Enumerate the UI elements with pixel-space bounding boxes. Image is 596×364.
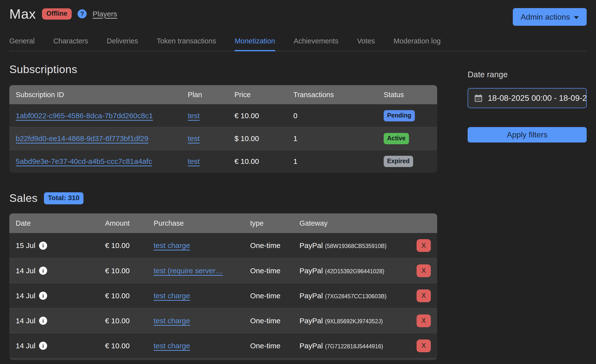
- amount-cell: € 10.00: [105, 342, 154, 350]
- chevron-down-icon: [574, 16, 579, 19]
- delete-sale-button[interactable]: X: [417, 239, 431, 252]
- tab-characters[interactable]: Characters: [53, 34, 88, 51]
- table-row: b22fd9d0-ee14-4868-9d37-6f773bf1df29 tes…: [9, 127, 437, 150]
- date-cell: 15 Jul: [16, 241, 35, 250]
- page-title: Max: [9, 6, 36, 22]
- column-header: Subscription ID: [16, 91, 188, 99]
- page-header: Max Offline ? Players Admin actions: [9, 0, 587, 26]
- purchase-link[interactable]: test charge: [154, 292, 190, 300]
- apply-filters-button[interactable]: Apply filters: [468, 127, 587, 143]
- subscriptions-table-body: 1abf0022-c965-4586-8dca-7b7dd260c8c1 tes…: [9, 104, 437, 173]
- subscription-id-link[interactable]: b22fd9d0-ee14-4868-9d37-6f773bf1df29: [16, 134, 148, 143]
- column-header: type: [250, 219, 299, 227]
- amount-cell: € 10.00: [105, 317, 154, 325]
- transactions-cell: 0: [293, 112, 384, 120]
- date-range-value: 18-08-2025 00:00 - 18-09-202: [488, 93, 587, 103]
- sales-table: DateAmountPurchasetypeGateway 15 Jul i €…: [9, 213, 437, 360]
- info-icon[interactable]: i: [39, 342, 47, 350]
- admin-actions-label: Admin actions: [521, 13, 570, 22]
- transactions-cell: 1: [293, 157, 384, 166]
- purchase-link[interactable]: test charge: [154, 342, 190, 350]
- subscriptions-table-header: Subscription IDPlanPriceTransactionsStat…: [9, 85, 437, 104]
- table-row: 5abd9e3e-7e37-40cd-a4b5-ccc7c81a4afc tes…: [9, 150, 437, 173]
- date-range-label: Date range: [468, 70, 587, 79]
- info-icon[interactable]: i: [39, 317, 47, 325]
- tab-votes[interactable]: Votes: [357, 34, 375, 51]
- subscriptions-table: Subscription IDPlanPriceTransactionsStat…: [9, 85, 437, 173]
- gateway-reference: (9XL85692KJ974352J): [325, 318, 383, 325]
- amount-cell: € 10.00: [105, 292, 154, 300]
- gateway-name: PayPal: [299, 342, 323, 350]
- type-cell: One-time: [250, 241, 299, 250]
- purchase-link[interactable]: test charge: [154, 241, 190, 249]
- date-range-input[interactable]: 18-08-2025 00:00 - 18-09-202: [468, 88, 587, 108]
- date-cell: 14 Jul: [16, 342, 35, 350]
- column-header: Gateway: [299, 219, 409, 227]
- column-header: Purchase: [154, 219, 250, 227]
- table-row: 14 Jul i € 10.00 test charge One-time Pa…: [9, 333, 437, 358]
- column-header: Transactions: [293, 91, 384, 99]
- status-badge: Pending: [384, 110, 415, 121]
- transactions-cell: 1: [293, 134, 384, 143]
- gateway-name: PayPal: [299, 292, 323, 300]
- status-badge: Active: [384, 133, 409, 144]
- price-cell: $ 10.00: [234, 134, 293, 143]
- purchase-link[interactable]: test charge: [154, 317, 190, 325]
- gateway-name: PayPal: [299, 267, 323, 275]
- sales-table-body: 15 Jul i € 10.00 test charge One-time Pa…: [9, 233, 437, 358]
- plan-link[interactable]: test: [188, 112, 200, 120]
- subscriptions-heading: Subscriptions: [9, 63, 437, 76]
- tab-moderation-log[interactable]: Moderation log: [393, 34, 441, 51]
- table-row: 14 Jul i € 10.00 test charge One-time Pa…: [9, 308, 437, 333]
- sales-heading: Sales: [9, 192, 38, 205]
- price-cell: € 10.00: [234, 112, 293, 120]
- subscription-id-link[interactable]: 1abf0022-c965-4586-8dca-7b7dd260c8c1: [16, 112, 153, 120]
- info-icon[interactable]: i: [39, 292, 47, 300]
- tab-achievements[interactable]: Achievements: [294, 34, 339, 51]
- admin-actions-button[interactable]: Admin actions: [513, 8, 587, 26]
- date-cell: 14 Jul: [16, 267, 35, 275]
- purchase-link[interactable]: test (require server…: [154, 267, 223, 275]
- tab-general[interactable]: General: [9, 34, 35, 51]
- tab-bar: GeneralCharactersDeliveriesToken transac…: [9, 34, 587, 51]
- table-row: 1abf0022-c965-4586-8dca-7b7dd260c8c1 tes…: [9, 104, 437, 127]
- column-header: Status: [384, 91, 431, 99]
- plan-link[interactable]: test: [188, 157, 200, 165]
- type-cell: One-time: [250, 267, 299, 275]
- tab-monetization[interactable]: Monetization: [235, 34, 275, 51]
- table-row: 14 Jul i € 10.00 test (require server… O…: [9, 258, 437, 283]
- type-cell: One-time: [250, 317, 299, 325]
- type-cell: One-time: [250, 292, 299, 300]
- subscription-id-link[interactable]: 5abd9e3e-7e37-40cd-a4b5-ccc7c81a4afc: [16, 157, 152, 165]
- gateway-reference: (58W19368CB535910B): [325, 243, 387, 249]
- info-icon[interactable]: i: [39, 242, 47, 250]
- column-header: Date: [16, 219, 105, 227]
- gateway-reference: (7G7122818J5444916): [325, 343, 383, 350]
- players-link[interactable]: Players: [93, 10, 117, 18]
- date-cell: 14 Jul: [16, 292, 35, 300]
- column-header: Plan: [188, 91, 234, 99]
- amount-cell: € 10.00: [105, 267, 154, 275]
- sales-table-header: DateAmountPurchasetypeGateway: [9, 213, 437, 233]
- type-cell: One-time: [250, 342, 299, 350]
- tab-deliveries[interactable]: Deliveries: [107, 34, 138, 51]
- offline-status-badge: Offline: [42, 8, 72, 20]
- table-row: 15 Jul i € 10.00 test charge One-time Pa…: [9, 233, 437, 258]
- info-icon[interactable]: i: [39, 267, 47, 275]
- tab-token-transactions[interactable]: Token transactions: [157, 34, 216, 51]
- delete-sale-button[interactable]: X: [417, 289, 431, 302]
- price-cell: € 10.00: [234, 157, 293, 166]
- delete-sale-button[interactable]: X: [417, 264, 431, 277]
- next-row-sliver: [9, 358, 437, 360]
- delete-sale-button[interactable]: X: [417, 339, 431, 352]
- status-badge: Expired: [384, 156, 413, 167]
- amount-cell: € 10.00: [105, 241, 154, 250]
- date-cell: 14 Jul: [16, 317, 35, 325]
- delete-sale-button[interactable]: X: [417, 314, 431, 327]
- filters-panel: Date range 18-08-2025 00:00 - 18-09-202 …: [468, 51, 587, 143]
- gateway-name: PayPal: [299, 241, 323, 249]
- column-header: Amount: [105, 219, 154, 227]
- plan-link[interactable]: test: [188, 134, 200, 143]
- help-icon[interactable]: ?: [78, 9, 87, 18]
- gateway-reference: (7XG28457CC130603B): [325, 293, 387, 299]
